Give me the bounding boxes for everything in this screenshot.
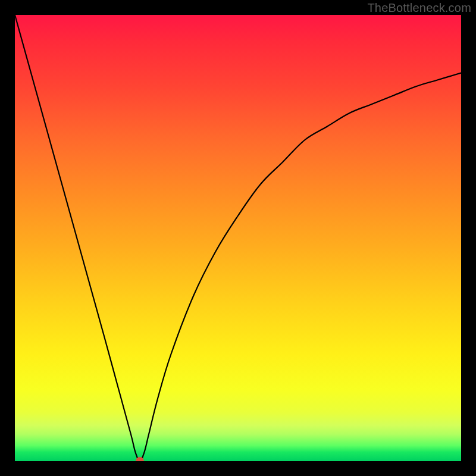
optimum-marker: [136, 457, 144, 461]
curve-svg: [15, 15, 461, 461]
chart-container: TheBottleneck.com: [0, 0, 476, 476]
watermark-text: TheBottleneck.com: [367, 1, 471, 15]
plot-area: [15, 15, 461, 461]
bottleneck-curve: [15, 15, 461, 461]
